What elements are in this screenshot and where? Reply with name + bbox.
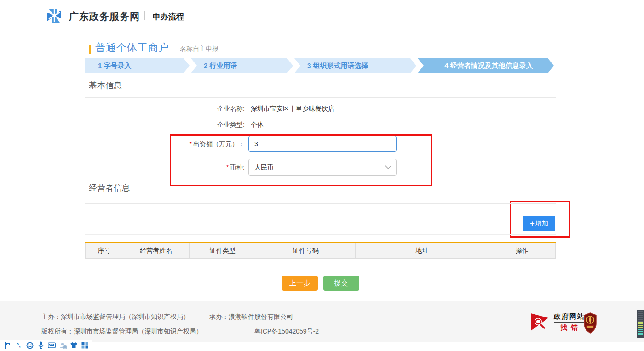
ime-keyboard-icon[interactable] [48, 341, 56, 349]
site-title: 广东政务服务网 [69, 10, 140, 23]
ime-user-profile-icon[interactable] [59, 341, 67, 349]
chevron-down-icon [385, 165, 391, 170]
company-name-value: 深圳市宝安区十里乡味餐饮店 [251, 105, 334, 113]
currency-selected-value: 人民币 [249, 159, 380, 175]
operator-table-header-row: 序号 经营者姓名 证件类型 证件号码 地址 操作 [85, 243, 556, 259]
error-badge-title: 政府网站 [554, 312, 585, 323]
header-divider [144, 11, 145, 20]
add-operator-button[interactable]: + 增加 [523, 216, 555, 231]
step-tab-1[interactable]: 1 字号录入 [85, 58, 190, 73]
minimap-stripes-yellow [638, 322, 643, 329]
footer-copyright: 版权所有：深圳市市场监督管理局（深圳市知识产权局） [41, 328, 202, 336]
step-wizard: 1 字号录入 2 行业用语 3 组织形式用语选择 4 经营者情况及其他信息录入 [85, 58, 554, 73]
add-button-label: 增加 [535, 220, 548, 228]
step-tab-3[interactable]: 3 组织形式用语选择 [294, 58, 416, 73]
step-tab-4-active[interactable]: 4 经营者情况及其他信息录入 [418, 58, 554, 73]
ime-emoji-icon[interactable] [26, 341, 34, 349]
col-header-cert-number: 证件号码 [256, 243, 356, 258]
page-subtitle: 名称自主申报 [180, 45, 218, 53]
site-logo-icon [46, 7, 63, 24]
ime-toolbox-grid-icon[interactable] [81, 341, 89, 349]
submit-button[interactable]: 提交 [323, 276, 359, 291]
previous-step-button[interactable]: 上一步 [282, 276, 318, 291]
footer-icp-number: 粤ICP备15042059号-2 [254, 328, 319, 336]
divider [85, 203, 556, 204]
section-title-operator-info: 经营者信息 [89, 182, 130, 193]
currency-select[interactable]: 人民币 [248, 159, 397, 176]
currency-dropdown-button[interactable] [380, 159, 396, 175]
section-title-basic-info: 基本信息 [89, 80, 122, 91]
capital-input[interactable] [248, 136, 397, 152]
footer-host: 主办：深圳市市场监督管理局（深圳市知识产权局） [41, 313, 190, 321]
ime-punctuation-icon[interactable]: °, [15, 341, 23, 349]
floating-minimap-widget[interactable] [637, 310, 644, 338]
page-root: 广东政务服务网 申办流程 普通个体工商户 名称自主申报 1 字号录入 2 行业用… [0, 0, 644, 351]
minimap-stripes-gray [638, 311, 643, 322]
divider [85, 97, 556, 98]
ime-language-flag-icon[interactable] [4, 341, 12, 349]
action-button-row: 上一步 提交 [85, 276, 556, 291]
title-accent-bar [89, 45, 91, 54]
ime-microphone-icon[interactable] [37, 341, 45, 349]
gov-site-error-report-badge[interactable]: 政府网站 找错 [530, 311, 585, 333]
nav-application-process[interactable]: 申办流程 [153, 11, 184, 22]
operator-table: 序号 经营者姓名 证件类型 证件号码 地址 操作 [85, 242, 556, 259]
col-header-address: 地址 [356, 243, 489, 258]
company-type-value: 个体 [251, 121, 264, 129]
credit-shield-badge-icon[interactable] [583, 312, 597, 334]
required-mark: * [190, 140, 192, 147]
currency-label: *币种: [85, 164, 245, 172]
page-title: 普通个体工商户 [95, 41, 169, 55]
minimap-stripes-teal [638, 329, 643, 335]
page-footer: 主办：深圳市市场监督管理局（深圳市知识产权局） 承办：浪潮软件股份有限公司 版权… [0, 301, 644, 342]
company-type-label: 企业类型: [85, 121, 245, 129]
plus-icon: + [530, 220, 534, 228]
col-header-seq: 序号 [86, 243, 123, 258]
top-header: 广东政务服务网 申办流程 [0, 0, 644, 30]
error-badge-texts: 政府网站 找错 [554, 312, 585, 332]
step-tab-2[interactable]: 2 行业用语 [191, 58, 293, 73]
col-header-cert-type: 证件类型 [190, 243, 256, 258]
ime-skin-shirt-icon[interactable] [70, 341, 78, 349]
col-header-operation: 操作 [489, 243, 555, 258]
error-badge-sub: 找错 [554, 323, 585, 332]
divider [85, 234, 556, 235]
error-report-magnifier-icon [530, 311, 551, 333]
capital-label: *出资额（万元）： [85, 140, 245, 148]
company-name-label: 企业名称: [85, 105, 245, 113]
footer-undertaker: 承办：浪潮软件股份有限公司 [209, 313, 293, 321]
ime-toolbar: °, [0, 340, 92, 351]
required-mark: * [226, 164, 229, 171]
col-header-operator-name: 经营者姓名 [123, 243, 190, 258]
